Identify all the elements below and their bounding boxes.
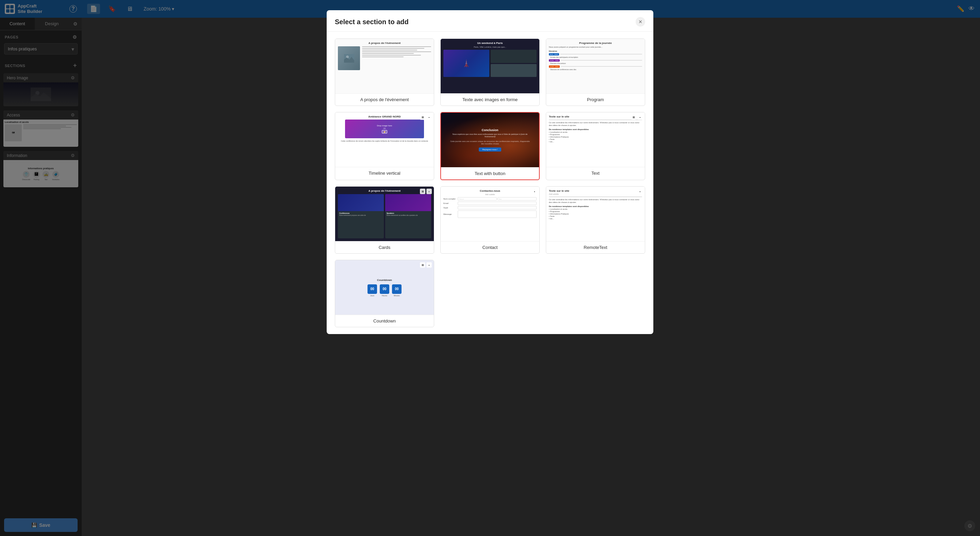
modal-close-button[interactable]: ×: [636, 17, 645, 27]
cards-card-icons: ⊞ •: [420, 189, 432, 194]
cards-more-icon[interactable]: •: [426, 189, 432, 194]
cards-grid-icon[interactable]: ⊞: [420, 189, 425, 194]
card-label-texte-images: Texte avec images en forme: [441, 93, 539, 105]
section-card-text[interactable]: ⊞ • Texte sur le site Ce site centralise…: [546, 112, 645, 180]
section-card-contact[interactable]: • Contactez-nous Add subtitle Nom comple…: [440, 186, 540, 254]
card-label-text-button: Text with button: [441, 167, 539, 179]
timeline-card-icons: ⊞ •: [420, 115, 432, 120]
card-preview-texte-images: Un weekend à Paris Paris, Ville Lumière,…: [441, 39, 539, 93]
card-label-image-texte: A propos de l'évènement: [335, 93, 434, 105]
card-preview-program: Programme de la journée Nous avons prépa…: [546, 39, 645, 93]
card-preview-timeline: ⊞ • Ambiance GRAND NORD Drop image here …: [335, 112, 434, 167]
card-preview-cards: ⊞ • A propos de l'évènement Conférences: [335, 187, 434, 241]
countdown-card-icons: ⊞ •: [420, 262, 432, 268]
modal-overlay: Select a section to add × A propos de l'…: [0, 0, 980, 536]
card-label-countdown: Countdown: [335, 315, 434, 327]
section-card-remote-text[interactable]: • Texte sur le site Add subtitle Ce site…: [546, 186, 645, 254]
card-label-text: Text: [546, 167, 645, 179]
contact-card-icons: •: [532, 189, 537, 194]
preview-btn-label: Rejoignez-nous !: [479, 147, 501, 152]
card-preview-image-texte: A propos de l'évènement: [335, 39, 434, 93]
remote-more-icon[interactable]: •: [637, 189, 643, 194]
section-card-countdown[interactable]: ⊞ • Countdown 00 Jours 00: [335, 260, 434, 327]
section-card-image-texte[interactable]: A propos de l'évènement: [335, 38, 434, 106]
text-card-icons: ⊞ •: [631, 115, 643, 120]
card-preview-contact: • Contactez-nous Add subtitle Nom comple…: [441, 187, 539, 241]
timeline-more-icon[interactable]: •: [426, 115, 432, 120]
section-card-cards[interactable]: ⊞ • A propos de l'évènement Conférences: [335, 186, 434, 254]
text-more-icon[interactable]: •: [637, 115, 643, 120]
card-preview-countdown: ⊞ • Countdown 00 Jours 00: [335, 260, 434, 315]
sections-grid: A propos de l'évènement: [335, 38, 645, 327]
modal-body: A propos de l'évènement: [327, 32, 653, 334]
contact-more-icon[interactable]: •: [532, 189, 537, 194]
timeline-grid-icon[interactable]: ⊞: [420, 115, 425, 120]
section-card-timeline[interactable]: ⊞ • Ambiance GRAND NORD Drop image here …: [335, 112, 434, 180]
card-label-remote-text: RemoteText: [546, 241, 645, 254]
countdown-grid-icon[interactable]: ⊞: [420, 262, 425, 268]
section-card-text-button[interactable]: ⊞ • Conclusion Nous espérons que vous êt…: [440, 112, 540, 180]
card-label-timeline: Timeline vertical: [335, 167, 434, 179]
card-preview-text: ⊞ • Texte sur le site Ce site centralise…: [546, 112, 645, 167]
countdown-more-icon[interactable]: •: [426, 262, 432, 268]
section-card-texte-images[interactable]: Un weekend à Paris Paris, Ville Lumière,…: [440, 38, 540, 106]
remote-card-icons: •: [637, 189, 643, 194]
card-label-program: Program: [546, 93, 645, 105]
card-label-contact: Contact: [441, 241, 539, 254]
modal-title: Select a section to add: [335, 18, 409, 26]
section-picker-modal: Select a section to add × A propos de l'…: [327, 10, 653, 334]
card-preview-remote-text: • Texte sur le site Add subtitle Ce site…: [546, 187, 645, 241]
modal-header: Select a section to add ×: [327, 10, 653, 32]
text-grid-icon[interactable]: ⊞: [631, 115, 636, 120]
card-label-cards: Cards: [335, 241, 434, 254]
card-preview-text-button: ⊞ • Conclusion Nous espérons que vous êt…: [441, 113, 539, 167]
section-card-program[interactable]: Programme de la journée Nous avons prépa…: [546, 38, 645, 106]
